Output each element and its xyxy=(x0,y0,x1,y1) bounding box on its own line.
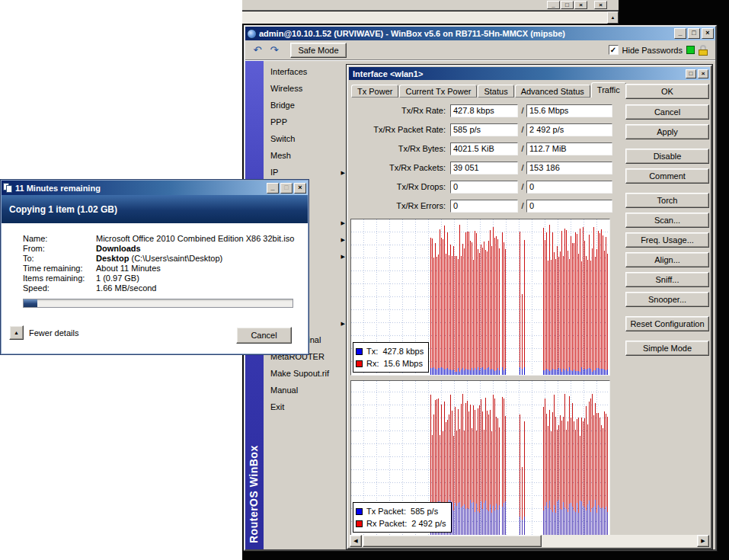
sidebar-item-label: Mesh xyxy=(270,151,291,160)
copy-dialog-titlebar[interactable]: 11 Minutes remaining _ □ × xyxy=(2,181,308,195)
tab-status[interactable]: Status xyxy=(478,85,513,98)
interface-window-title: Interface <wlan1> xyxy=(350,69,684,78)
scroll-left-icon[interactable]: ◀ xyxy=(350,535,362,547)
rx-field[interactable]: 153 186 xyxy=(526,162,612,174)
winbox-close-button[interactable]: × xyxy=(702,28,714,39)
sidebar-item-ppp[interactable]: PPP xyxy=(264,114,349,130)
tab-traffic[interactable]: Traffic xyxy=(591,82,626,98)
sidebar-item-exit[interactable]: Exit xyxy=(264,398,349,415)
safe-mode-button[interactable]: Safe Mode xyxy=(290,43,347,58)
copy-detail-items-remaining: Items remaining:1 (0.97 GB) xyxy=(2,274,308,283)
tx-field[interactable]: 0 xyxy=(450,200,518,213)
interface-window-titlebar[interactable]: Interface <wlan1> □ × xyxy=(349,67,710,80)
copy-dialog-close-button[interactable]: × xyxy=(294,183,306,194)
submenu-arrow-icon: ▶ xyxy=(341,215,345,232)
bg-minimize-button[interactable]: _ xyxy=(547,1,560,9)
horizontal-scrollbar[interactable]: ◀ ▶ xyxy=(350,535,709,547)
winbox-titlebar[interactable]: admin@10.10.1.52 (URVIWAVE) - WinBox v5.… xyxy=(245,27,715,40)
rx-field[interactable]: 0 xyxy=(526,200,612,213)
comment-button[interactable]: Comment xyxy=(625,168,709,184)
tx-field[interactable]: 0 xyxy=(450,181,518,194)
tab-tx-power[interactable]: Tx Power xyxy=(351,85,398,98)
copy-dialog-minimize-button[interactable]: _ xyxy=(267,183,279,194)
winbox-toolbar: ↶ ↷ Safe Mode ✓ Hide Passwords xyxy=(245,40,715,60)
sidebar-item-switch[interactable]: Switch xyxy=(264,130,349,147)
sidebar-item-bridge[interactable]: Bridge xyxy=(264,97,349,114)
detail-label: Speed: xyxy=(23,283,50,293)
copy-detail-name: Name:Microsoft Office 2010 Combined Edit… xyxy=(2,234,308,244)
ok-button[interactable]: OK xyxy=(625,84,709,99)
align-button[interactable]: Align... xyxy=(625,252,709,267)
detail-value-main: Desktop xyxy=(96,254,129,263)
detail-value: 1.66 MB/second xyxy=(96,283,157,293)
winbox-minimize-button[interactable]: _ xyxy=(674,28,686,39)
tx-field[interactable]: 427.8 kbps xyxy=(450,104,518,117)
sidebar-item-label: Wireless xyxy=(270,84,302,93)
legend-label: Tx Packet: 585 p/s xyxy=(366,507,438,516)
apply-button[interactable]: Apply xyxy=(625,124,709,139)
sidebar-item-interfaces[interactable]: Interfaces xyxy=(264,63,349,80)
sniff-button[interactable]: Sniff... xyxy=(625,272,709,287)
collapse-details-icon[interactable]: ▲ xyxy=(9,325,24,340)
lock-body xyxy=(699,50,708,56)
detail-label: From: xyxy=(23,244,45,254)
scan-button[interactable]: Scan... xyxy=(625,213,709,228)
copy-progress-fill xyxy=(24,299,37,307)
reset-configuration-button[interactable]: Reset Configuration xyxy=(625,316,709,331)
snooper-button[interactable]: Snooper... xyxy=(625,292,709,307)
bg-scroll-up-icon[interactable]: ▲ xyxy=(607,11,619,24)
simple-mode-button[interactable]: Simple Mode xyxy=(625,341,709,356)
redo-icon[interactable]: ↷ xyxy=(266,43,283,58)
tx-packet-swatch xyxy=(356,508,363,515)
rx-field[interactable]: 112.7 MiB xyxy=(526,142,612,155)
slash-separator: / xyxy=(520,181,526,194)
bg-maximize-button[interactable]: □ xyxy=(561,1,574,9)
detail-value-suffix: (C:\Users\saint\Desktop) xyxy=(129,254,222,263)
rx-field[interactable]: 2 492 p/s xyxy=(526,123,612,136)
tx-field[interactable]: 39 051 xyxy=(450,162,518,174)
scrollbar-thumb[interactable] xyxy=(363,535,542,547)
disable-button[interactable]: Disable xyxy=(625,149,709,164)
rx-field[interactable]: 15.6 Mbps xyxy=(526,104,612,117)
bg-close-button-2[interactable]: × xyxy=(594,1,607,9)
copy-dialog-title: 11 Minutes remaining xyxy=(13,184,265,193)
detail-label: Time remaining: xyxy=(23,264,82,274)
sidebar-item-label: Bridge xyxy=(270,101,295,110)
fewer-details-toggle[interactable]: ▲ Fewer details xyxy=(9,325,78,340)
detail-value-main: Microsoft Office 2010 Combined Edition X… xyxy=(96,234,294,243)
tab-current-tx-power[interactable]: Current Tx Power xyxy=(399,85,477,98)
sidebar-item-manual[interactable]: Manual xyxy=(264,382,349,398)
background-window-titlebar: _ □ × × xyxy=(242,0,619,11)
sidebar-item-make-supout-rif[interactable]: Make Supout.rif xyxy=(264,365,349,382)
cancel-copy-button[interactable]: Cancel xyxy=(236,327,292,344)
torch-button[interactable]: Torch xyxy=(625,193,709,208)
bg-close-button[interactable]: × xyxy=(574,1,587,9)
freq-usage-button[interactable]: Freq. Usage... xyxy=(625,232,709,248)
rx-field[interactable]: 0 xyxy=(526,181,612,194)
sidebar-item-mesh[interactable]: Mesh xyxy=(264,147,349,164)
undo-icon[interactable]: ↶ xyxy=(249,43,266,58)
copy-dialog-icon xyxy=(3,183,13,193)
scroll-right-icon[interactable]: ▶ xyxy=(697,535,709,547)
tab-advanced-status[interactable]: Advanced Status xyxy=(515,85,590,98)
interface-close-button[interactable]: × xyxy=(698,69,708,78)
cancel-button[interactable]: Cancel xyxy=(625,104,709,120)
detail-value: 1 (0.97 GB) xyxy=(96,274,139,283)
hide-passwords-checkbox[interactable]: ✓ xyxy=(609,45,619,55)
interface-maximize-button[interactable]: □ xyxy=(686,69,696,78)
winbox-maximize-button[interactable]: □ xyxy=(688,28,700,39)
legend-entry: Rx Packet: 2 492 p/s xyxy=(356,517,446,530)
stat-row-tx-rx-bytes: Tx/Rx Bytes:4021.5 KiB/112.7 MiB xyxy=(351,142,615,155)
tx-field[interactable]: 585 p/s xyxy=(450,123,518,136)
sidebar-item-ip[interactable]: IP▶ xyxy=(264,164,349,181)
sidebar-item-label: Manual xyxy=(270,386,298,395)
tx-field[interactable]: 4021.5 KiB xyxy=(450,142,518,155)
detail-value: Downloads xyxy=(96,244,141,254)
traffic-rate-graph: Tx: 427.8 kbpsRx: 15.6 Mbps xyxy=(350,219,610,376)
copy-detail-time-remaining: Time remaining:About 11 Minutes xyxy=(2,264,308,274)
rx-swatch xyxy=(356,360,363,367)
slash-separator: / xyxy=(520,123,526,136)
sidebar-item-label: Make Supout.rif xyxy=(270,369,329,378)
sidebar-item-wireless[interactable]: Wireless xyxy=(264,80,349,97)
slash-separator: / xyxy=(520,104,526,117)
